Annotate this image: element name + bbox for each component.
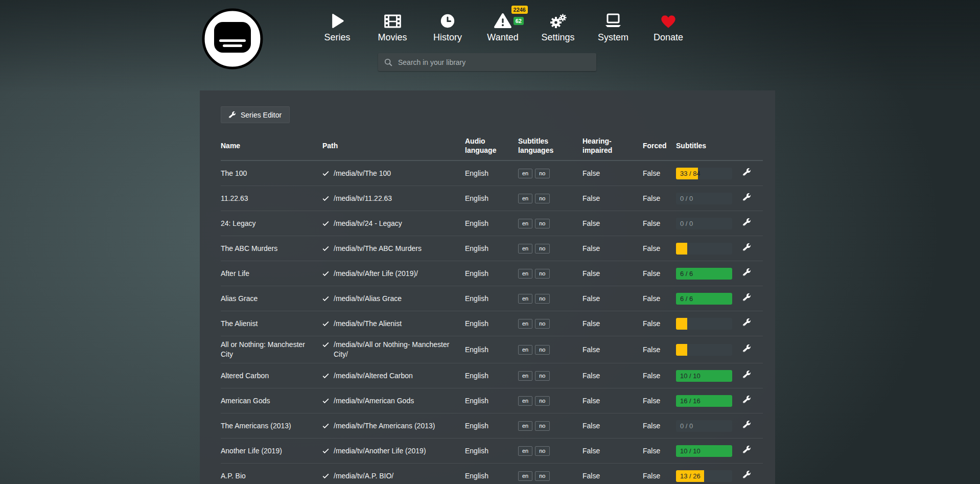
nav-donate[interactable]: Donate — [641, 10, 696, 43]
col-header-subtitles-languages: Subtitles languages — [518, 136, 582, 155]
nav-history[interactable]: History — [420, 10, 475, 43]
hearing-impaired: False — [582, 421, 643, 431]
hearing-impaired: False — [582, 345, 643, 355]
subtitle-languages: enno — [518, 421, 582, 431]
series-name[interactable]: Altered Carbon — [221, 371, 322, 381]
table-row: After Life /media/tv/After Life (2019)/ … — [221, 261, 763, 286]
nav-movies[interactable]: Movies — [365, 10, 420, 43]
nav-wanted[interactable]: 2246 62 Wanted — [475, 10, 530, 43]
language-badge: en — [518, 345, 532, 355]
nav-series[interactable]: Series — [310, 10, 365, 43]
edit-series-wrench-icon[interactable] — [743, 193, 751, 201]
series-path: /media/tv/Altered Carbon — [334, 371, 413, 381]
series-name[interactable]: Another Life (2019) — [221, 446, 322, 456]
audio-language: English — [465, 345, 518, 355]
series-path-cell: /media/tv/The Americans (2013) — [322, 421, 465, 431]
subtitles-cell: 0 / 0 — [676, 193, 743, 204]
nav-system[interactable]: System — [586, 10, 641, 43]
row-actions — [743, 471, 763, 481]
series-name[interactable]: A.P. Bio — [221, 471, 322, 481]
series-name[interactable]: All or Nothing: Manchester City — [221, 340, 322, 359]
bazarr-logo[interactable] — [201, 7, 264, 71]
forced-flag: False — [643, 421, 676, 431]
edit-series-wrench-icon[interactable] — [743, 371, 751, 379]
series-name[interactable]: The ABC Murders — [221, 244, 322, 253]
audio-language: English — [465, 319, 518, 329]
nav-settings-label: Settings — [530, 32, 586, 43]
language-badge: no — [535, 471, 549, 481]
search-input[interactable] — [397, 58, 590, 67]
row-actions — [743, 193, 763, 204]
audio-language: English — [465, 371, 518, 381]
subtitles-cell: 10 / 10 — [676, 370, 743, 382]
subtitle-languages: enno — [518, 344, 582, 355]
check-icon — [322, 448, 329, 454]
gears-icon — [548, 12, 568, 30]
series-name[interactable]: American Gods — [221, 396, 322, 406]
series-path: /media/tv/A.P. BIO/ — [334, 471, 393, 481]
edit-series-wrench-icon[interactable] — [743, 471, 751, 479]
library-search — [378, 53, 596, 71]
edit-series-wrench-icon[interactable] — [743, 396, 751, 404]
language-badge: no — [535, 219, 549, 228]
subtitles-progress: 16 / 16 — [676, 395, 732, 407]
edit-series-wrench-icon[interactable] — [743, 344, 751, 353]
row-actions — [743, 396, 763, 406]
audio-language: English — [465, 396, 518, 406]
language-badge: no — [535, 194, 549, 203]
nav-donate-label: Donate — [641, 32, 696, 43]
forced-flag: False — [643, 446, 676, 456]
col-header-path: Path — [322, 141, 465, 150]
play-icon — [331, 13, 344, 29]
series-path: /media/tv/After Life (2019)/ — [334, 269, 418, 279]
table-row: 11.22.63 /media/tv/11.22.63 English enno… — [221, 186, 763, 211]
language-badge: en — [518, 446, 532, 456]
edit-series-wrench-icon[interactable] — [743, 293, 751, 302]
nav-system-label: System — [586, 32, 641, 43]
series-name[interactable]: The Alienist — [221, 319, 322, 329]
series-name[interactable]: The 100 — [221, 169, 322, 178]
series-name[interactable]: Alias Grace — [221, 294, 322, 304]
hearing-impaired: False — [582, 371, 643, 381]
series-editor-button[interactable]: Series Editor — [221, 106, 290, 123]
language-badge: en — [518, 294, 532, 304]
series-name[interactable]: 24: Legacy — [221, 219, 322, 228]
edit-series-wrench-icon[interactable] — [743, 168, 751, 176]
series-path-cell: /media/tv/After Life (2019)/ — [322, 269, 465, 279]
subtitles-progress-fill — [676, 344, 687, 356]
edit-series-wrench-icon[interactable] — [743, 243, 751, 251]
row-actions — [743, 293, 763, 304]
subtitles-progress-label: 6 / 6 — [680, 268, 693, 280]
subtitles-cell — [676, 318, 743, 330]
subtitles-cell: 6 / 6 — [676, 268, 743, 280]
series-path: /media/tv/The Alienist — [334, 319, 402, 329]
subtitle-languages: enno — [518, 168, 582, 178]
subtitle-languages: enno — [518, 268, 582, 279]
hearing-impaired: False — [582, 269, 643, 279]
series-name[interactable]: The Americans (2013) — [221, 421, 322, 431]
hearing-impaired: False — [582, 169, 643, 178]
edit-series-wrench-icon[interactable] — [743, 318, 751, 327]
series-path-cell: /media/tv/A.P. BIO/ — [322, 471, 465, 481]
edit-series-wrench-icon[interactable] — [743, 268, 751, 276]
series-name[interactable]: After Life — [221, 269, 322, 279]
content-panel: Series Editor Name Path Audio language S… — [200, 90, 775, 484]
row-actions — [743, 268, 763, 279]
search-icon — [384, 58, 392, 66]
edit-series-wrench-icon[interactable] — [743, 446, 751, 454]
check-icon — [322, 220, 329, 227]
nav-series-label: Series — [310, 32, 365, 43]
table-row: A.P. Bio /media/tv/A.P. BIO/ English enn… — [221, 464, 763, 484]
subtitles-progress-label: 33 / 84 — [680, 168, 701, 179]
edit-series-wrench-icon[interactable] — [743, 421, 751, 429]
subtitles-progress: 6 / 6 — [676, 268, 732, 280]
warning-icon — [493, 12, 512, 30]
nav-settings[interactable]: Settings — [530, 10, 586, 43]
series-name[interactable]: 11.22.63 — [221, 194, 322, 203]
edit-series-wrench-icon[interactable] — [743, 218, 751, 226]
language-badge: no — [535, 396, 549, 406]
language-badge: en — [518, 396, 532, 406]
series-path-cell: /media/tv/American Gods — [322, 396, 465, 406]
wanted-movies-badge: 62 — [514, 17, 524, 25]
subtitles-cell: 10 / 10 — [676, 445, 743, 457]
